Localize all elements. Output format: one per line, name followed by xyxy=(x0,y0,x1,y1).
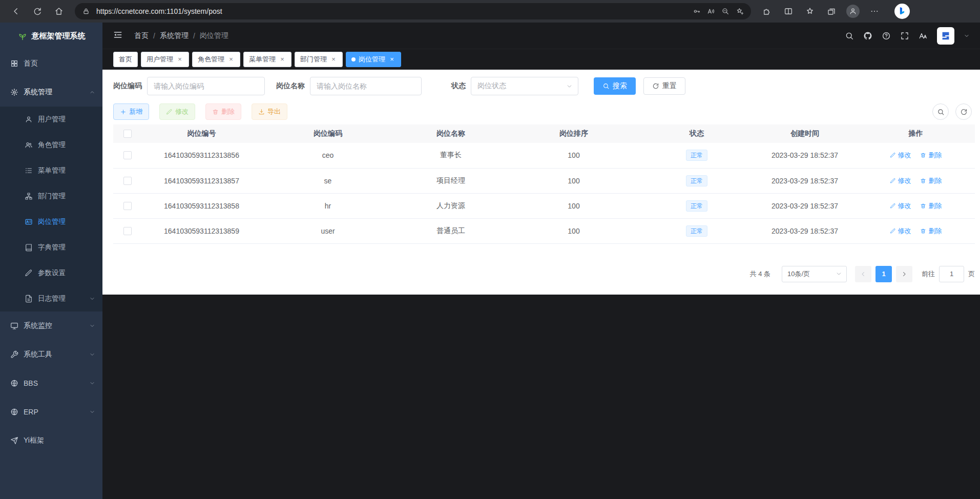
sidebar-item-role-management[interactable]: 角色管理 xyxy=(0,132,102,158)
tab-close-icon[interactable]: × xyxy=(176,55,183,63)
font-size-icon[interactable] xyxy=(919,31,928,40)
cell-post-name: 项目经理 xyxy=(394,168,507,193)
tab-close-icon[interactable]: × xyxy=(330,55,337,63)
breadcrumb-home[interactable]: 首页 xyxy=(134,31,149,40)
tags-view-bar: 首页 用户管理 × 角色管理 × 菜单管理 × 部门管理 × 岗位管理 × xyxy=(102,49,980,70)
sidebar-item-label: 角色管理 xyxy=(38,140,66,150)
browser-back-button[interactable] xyxy=(7,3,25,20)
export-button-label: 导出 xyxy=(267,107,281,116)
refresh-table-button[interactable] xyxy=(955,103,972,120)
sidebar-item-log-management[interactable]: 日志管理 xyxy=(0,286,102,311)
reset-button[interactable]: 重置 xyxy=(643,77,685,95)
browser-menu-button[interactable] xyxy=(866,3,883,20)
row-edit-link[interactable]: 修改 xyxy=(890,226,911,236)
page-size-select[interactable]: 10条/页 xyxy=(782,266,847,282)
post-code-input[interactable] xyxy=(147,77,265,95)
copilot-button[interactable] xyxy=(894,4,910,19)
header-search-icon[interactable] xyxy=(845,31,854,40)
add-favorite-icon[interactable] xyxy=(736,7,744,15)
password-key-icon[interactable] xyxy=(693,7,701,15)
sidebar-item-department-management[interactable]: 部门管理 xyxy=(0,183,102,209)
chevron-down-icon xyxy=(89,409,95,415)
tab-post-management[interactable]: 岗位管理 × xyxy=(346,52,401,67)
next-page-button[interactable] xyxy=(896,266,912,282)
github-icon[interactable] xyxy=(863,31,872,40)
status-select[interactable]: 岗位状态 xyxy=(471,77,578,95)
sidebar-item-dict-management[interactable]: 字典管理 xyxy=(0,235,102,260)
sidebar-item-label: 系统管理 xyxy=(24,88,52,97)
tab-close-icon[interactable]: × xyxy=(227,55,235,63)
delete-button[interactable]: 删除 xyxy=(205,103,241,120)
sidebar-item-menu-management[interactable]: 菜单管理 xyxy=(0,158,102,183)
sidebar-fold-button[interactable] xyxy=(113,30,125,42)
zoom-icon[interactable] xyxy=(721,7,729,15)
sidebar-item-system-management[interactable]: 系统管理 xyxy=(0,78,102,107)
search-button[interactable]: 搜索 xyxy=(594,77,636,95)
row-delete-link[interactable]: 删除 xyxy=(920,201,942,211)
sidebar-item-system-monitor[interactable]: 系统监控 xyxy=(0,311,102,340)
home-icon xyxy=(54,7,64,16)
cell-post-code: se xyxy=(261,168,394,193)
post-name-input[interactable] xyxy=(310,77,422,95)
goto-page-input[interactable] xyxy=(939,266,964,282)
collections-button[interactable] xyxy=(823,3,840,20)
fullscreen-icon[interactable] xyxy=(900,31,909,40)
breadcrumb-system[interactable]: 系统管理 xyxy=(160,31,189,40)
page-number-1[interactable]: 1 xyxy=(875,266,892,282)
tab-close-icon[interactable]: × xyxy=(279,55,286,63)
prev-page-button[interactable] xyxy=(855,266,871,282)
row-delete-link[interactable]: 删除 xyxy=(920,151,942,160)
tab-label: 角色管理 xyxy=(198,55,224,64)
toggle-search-button[interactable] xyxy=(932,103,949,120)
sidebar-item-bbs[interactable]: BBS xyxy=(0,369,102,398)
sidebar-item-post-management[interactable]: 岗位管理 xyxy=(0,209,102,235)
tab-close-icon[interactable]: × xyxy=(388,55,395,63)
row-delete-link[interactable]: 删除 xyxy=(920,176,942,185)
browser-refresh-button[interactable] xyxy=(29,3,46,20)
sidebar-item-home[interactable]: 首页 xyxy=(0,49,102,78)
add-button[interactable]: 新增 xyxy=(113,103,149,120)
row-edit-link[interactable]: 修改 xyxy=(890,176,911,185)
row-edit-link[interactable]: 修改 xyxy=(890,201,911,211)
row-checkbox[interactable] xyxy=(123,227,132,235)
select-all-checkbox[interactable] xyxy=(123,130,132,138)
read-aloud-icon[interactable] xyxy=(707,7,715,15)
sidebar-item-user-management[interactable]: 用户管理 xyxy=(0,107,102,132)
sidebar-item-system-tools[interactable]: 系统工具 xyxy=(0,340,102,369)
row-checkbox[interactable] xyxy=(123,202,132,210)
cell-created: 2023-03-29 18:52:37 xyxy=(753,168,857,193)
column-header-post-sort: 岗位排序 xyxy=(507,124,640,143)
favorites-button[interactable] xyxy=(801,3,819,20)
sidebar-item-label: 参数设置 xyxy=(38,268,66,278)
tab-user-management[interactable]: 用户管理 × xyxy=(141,52,189,67)
address-bar[interactable]: https://ccnetcore.com:1101/system/post xyxy=(75,3,751,19)
split-screen-button[interactable] xyxy=(780,3,797,20)
sidebar-item-erp[interactable]: ERP xyxy=(0,398,102,426)
tab-role-management[interactable]: 角色管理 × xyxy=(192,52,240,67)
export-button[interactable]: 导出 xyxy=(252,103,287,120)
browser-home-button[interactable] xyxy=(50,3,68,20)
tab-menu-management[interactable]: 菜单管理 × xyxy=(243,52,291,67)
tab-home[interactable]: 首页 xyxy=(113,52,138,67)
row-edit-link[interactable]: 修改 xyxy=(890,151,911,160)
site-info-icon[interactable] xyxy=(82,7,90,15)
help-icon[interactable] xyxy=(882,31,891,40)
sidebar-item-yi-framework[interactable]: Yi框架 xyxy=(0,426,102,455)
avatar-caret-icon[interactable] xyxy=(964,33,970,39)
sidebar-item-parameter-settings[interactable]: 参数设置 xyxy=(0,260,102,286)
goto-unit-label: 页 xyxy=(968,269,975,279)
tab-label: 菜单管理 xyxy=(249,55,276,64)
browser-profile-button[interactable] xyxy=(844,3,862,20)
chevron-down-icon xyxy=(836,271,842,277)
extensions-button[interactable] xyxy=(758,3,776,20)
row-checkbox[interactable] xyxy=(123,177,132,185)
row-delete-link[interactable]: 删除 xyxy=(920,226,942,236)
edit-button[interactable]: 修改 xyxy=(159,103,195,120)
tab-department-management[interactable]: 部门管理 × xyxy=(295,52,343,67)
row-checkbox[interactable] xyxy=(123,151,132,159)
reset-button-label: 重置 xyxy=(662,81,677,91)
url-text[interactable]: https://ccnetcore.com:1101/system/post xyxy=(96,7,686,15)
cell-post-name: 人力资源 xyxy=(394,193,507,218)
user-avatar[interactable] xyxy=(937,27,954,45)
trash-icon xyxy=(920,152,926,158)
